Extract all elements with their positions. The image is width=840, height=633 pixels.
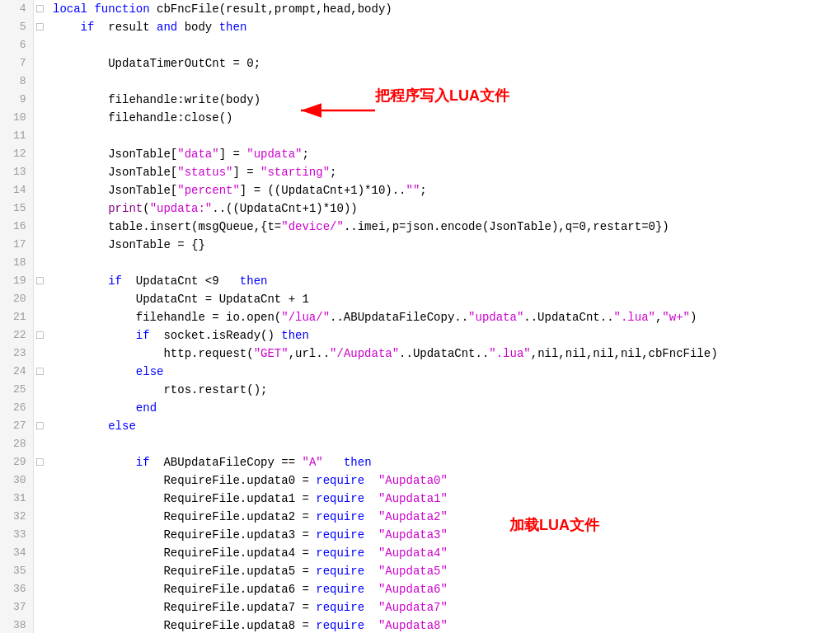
line-number: 18 <box>0 254 33 272</box>
line-number: 27 <box>0 417 33 435</box>
token: "starting" <box>260 166 330 179</box>
token: RequireFile.updata7 = <box>53 601 316 614</box>
table-row: 37 RequireFile.updata7 = require "Aupdat… <box>0 598 840 617</box>
line-number: 4 <box>0 0 33 18</box>
table-row: 21 filehandle = io.open("/lua/"..ABUpdat… <box>0 308 840 326</box>
code-line-content: print("updata:"..((UpdataCnt+1)*10)) <box>46 199 840 218</box>
token: "Aupdata2" <box>378 510 448 523</box>
token: RequireFile.updata2 = <box>53 510 316 523</box>
token: "Aupdata1" <box>378 492 448 505</box>
table-row: 4□local function cbFncFile(result,prompt… <box>0 0 840 18</box>
token: require <box>316 528 364 542</box>
table-row: 31 RequireFile.updata1 = require "Aupdat… <box>0 490 840 508</box>
token: body <box>177 21 218 34</box>
table-row: 10 filehandle:close() <box>0 109 840 127</box>
token: "Aupdata3" <box>378 528 448 542</box>
code-line-content: filehandle = io.open("/lua/"..ABUpdataFi… <box>46 308 840 326</box>
token <box>53 420 108 433</box>
code-line-content: UpdataTimerOutCnt = 0; <box>46 54 840 73</box>
token: print <box>108 202 143 215</box>
token <box>364 492 378 505</box>
token: then <box>240 274 268 288</box>
token: "device/" <box>281 220 344 233</box>
fold-icon <box>33 435 46 453</box>
fold-icon <box>33 36 46 54</box>
token: JsonTable = {} <box>53 238 205 251</box>
token: ABUpdataFileCopy == <box>150 456 303 469</box>
code-line-content: if socket.isReady() then <box>46 326 840 345</box>
line-number: 13 <box>0 163 33 181</box>
token <box>53 274 108 288</box>
code-line-content: if result and body then <box>46 18 840 36</box>
token: function <box>94 2 157 16</box>
table-row: 6 <box>0 36 840 54</box>
token: RequireFile.updata1 = <box>53 492 316 505</box>
fold-icon <box>33 236 46 254</box>
token: require <box>316 565 364 578</box>
token: and <box>157 21 177 34</box>
token: then <box>281 329 309 342</box>
fold-icon[interactable]: □ <box>33 417 46 435</box>
fold-icon <box>33 218 46 236</box>
code-line-content: RequireFile.updata1 = require "Aupdata1" <box>46 490 840 508</box>
table-row: 14 JsonTable["percent"] = ((UpdataCnt+1)… <box>0 181 840 199</box>
code-line-content <box>46 435 840 453</box>
token: RequireFile.updata8 = <box>53 619 316 632</box>
code-line-content: JsonTable["percent"] = ((UpdataCnt+1)*10… <box>46 181 840 199</box>
token: "data" <box>177 148 218 161</box>
token: "A" <box>302 456 322 469</box>
token: "w+" <box>662 311 690 324</box>
table-row: 23 http.request("GET",url.."/Aupdata"..U… <box>0 345 840 363</box>
token: "Aupdata0" <box>378 474 448 487</box>
code-line-content: else <box>46 363 840 381</box>
line-number: 11 <box>0 127 33 145</box>
token: else <box>136 365 164 378</box>
line-number: 30 <box>0 471 33 490</box>
table-row: 13 JsonTable["status"] = "starting"; <box>0 163 840 181</box>
fold-icon <box>33 73 46 91</box>
token: UpdataTimerOutCnt = 0; <box>53 57 260 70</box>
table-row: 22□ if socket.isReady() then <box>0 326 840 345</box>
fold-icon[interactable]: □ <box>33 453 46 471</box>
token: filehandle = io.open( <box>53 311 281 324</box>
fold-icon <box>33 580 46 598</box>
token: "GET" <box>254 347 289 360</box>
fold-icon <box>33 345 46 363</box>
fold-icon <box>33 508 46 526</box>
fold-icon[interactable]: □ <box>33 326 46 345</box>
table-row: 29□ if ABUpdataFileCopy == "A" then <box>0 453 840 471</box>
line-number: 33 <box>0 526 33 544</box>
token: "/lua/" <box>281 311 330 324</box>
fold-icon[interactable]: □ <box>33 18 46 36</box>
code-editor: 4□local function cbFncFile(result,prompt… <box>0 0 840 633</box>
table-row: 32 RequireFile.updata2 = require "Aupdat… <box>0 508 840 526</box>
table-row: 35 RequireFile.updata5 = require "Aupdat… <box>0 562 840 580</box>
token: cbFncFile(result,prompt,head,body) <box>157 2 392 16</box>
fold-icon[interactable]: □ <box>33 272 46 290</box>
code-line-content <box>46 127 840 145</box>
token: JsonTable[ <box>53 148 177 161</box>
fold-icon <box>33 562 46 580</box>
write-lua-annotation-text: 把程序写入LUA文件 <box>375 86 509 106</box>
line-number: 10 <box>0 109 33 127</box>
line-number: 26 <box>0 399 33 417</box>
line-number: 34 <box>0 544 33 562</box>
fold-icon[interactable]: □ <box>33 0 46 18</box>
token: table.insert(msgQueue,{t= <box>53 220 281 233</box>
token <box>53 365 136 378</box>
token: filehandle:close() <box>53 111 232 124</box>
code-line-content: RequireFile.updata4 = require "Aupdata4" <box>46 544 840 562</box>
token: ..UpdataCnt.. <box>523 311 613 324</box>
line-number: 15 <box>0 199 33 218</box>
token: RequireFile.updata3 = <box>53 528 316 542</box>
token: require <box>316 583 364 596</box>
line-number: 17 <box>0 236 33 254</box>
token: else <box>108 420 136 433</box>
fold-icon <box>33 181 46 199</box>
token: ; <box>302 148 308 161</box>
code-line-content: else <box>46 417 840 435</box>
fold-icon[interactable]: □ <box>33 363 46 381</box>
table-row: 25 rtos.restart(); <box>0 381 840 399</box>
table-row: 17 JsonTable = {} <box>0 236 840 254</box>
token: "Aupdata7" <box>378 601 448 614</box>
